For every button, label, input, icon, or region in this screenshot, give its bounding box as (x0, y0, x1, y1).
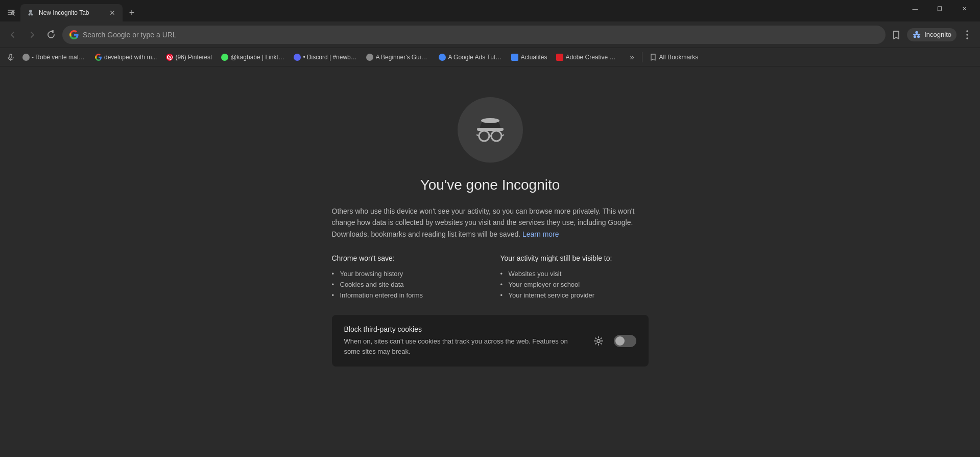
bookmark-label-5: A Beginner's Guide... (375, 54, 429, 61)
bookmark-item-actualites[interactable]: Actualités (507, 52, 551, 63)
bookmark-item-developed[interactable]: developed with m... (91, 52, 161, 63)
incognito-profile-label: Incognito (924, 31, 951, 38)
bookmark-favicon-5 (366, 54, 373, 61)
incognito-title: You've gone Incognito (420, 177, 560, 193)
bookmark-label-7: Actualités (520, 54, 547, 61)
main-content: You've gone Incognito Others who use thi… (0, 66, 980, 457)
svg-point-0 (12, 12, 14, 14)
bookmark-label-0: - Robé vente matéri... (32, 54, 86, 61)
wont-save-item-1: Cookies and site data (332, 279, 480, 290)
svg-point-4 (31, 14, 33, 16)
svg-point-14 (481, 118, 499, 123)
wont-save-column: Chrome won't save: Your browsing history… (332, 254, 480, 301)
bookmark-favicon-2 (166, 54, 173, 61)
menu-button[interactable] (959, 26, 976, 43)
incognito-description: Others who use this device won't see you… (332, 205, 649, 240)
svg-point-8 (917, 35, 920, 37)
bookmark-item-google-ads[interactable]: A Google Ads Tutor... (435, 52, 506, 63)
svg-point-3 (29, 14, 31, 16)
bookmark-favicon-0 (22, 54, 30, 61)
bookmark-item-linktree[interactable]: @kagbabe | Linktree (217, 52, 289, 63)
incognito-profile-icon (912, 30, 921, 39)
svg-point-1 (29, 10, 32, 13)
bookmark-item-discord[interactable]: • Discord | #newbie... (290, 52, 361, 63)
cookie-block-title: Block third-party cookies (344, 325, 581, 333)
bookmark-favicon-8 (556, 54, 563, 61)
gear-icon (593, 336, 604, 346)
cookie-block-description: When on, sites can't use cookies that tr… (344, 336, 581, 356)
two-column-section: Chrome won't save: Your browsing history… (332, 254, 649, 301)
bookmark-favicon-1 (95, 54, 102, 61)
address-bar[interactable]: Search Google or type a URL (62, 26, 886, 44)
visible-to-item-2: Your internet service provider (500, 290, 649, 301)
refresh-button[interactable] (43, 26, 60, 43)
bookmark-item-robe[interactable]: - Robé vente matéri... (18, 52, 90, 63)
new-tab-button[interactable]: + (125, 6, 139, 20)
svg-point-21 (597, 339, 600, 342)
back-button[interactable] (4, 26, 21, 43)
svg-point-9 (966, 30, 968, 32)
tab-close-button[interactable]: ✕ (108, 9, 116, 17)
incognito-profile-button[interactable]: Incognito (907, 28, 957, 41)
svg-point-6 (916, 31, 918, 33)
bookmark-label-1: developed with m... (104, 54, 157, 61)
svg-point-11 (966, 37, 968, 39)
bookmark-label-6: A Google Ads Tutor... (448, 54, 502, 61)
navigation-bar: Search Google or type a URL Incognito (0, 21, 980, 48)
incognito-logo-svg (470, 109, 511, 150)
tab-list: New Incognito Tab ✕ + (20, 4, 980, 21)
tab-title: New Incognito Tab (39, 9, 104, 16)
cookie-block-toggle[interactable] (614, 335, 636, 347)
visible-to-title: Your activity might still be visible to: (500, 254, 649, 262)
all-bookmarks-button[interactable]: All Bookmarks (646, 52, 702, 63)
all-bookmarks-label: All Bookmarks (659, 54, 698, 61)
tab-strip-left (4, 5, 20, 21)
maximize-button[interactable]: ❐ (928, 1, 951, 17)
svg-point-16 (479, 131, 489, 141)
search-placeholder: Search Google or type a URL (83, 31, 878, 39)
bookmark-item-adobe[interactable]: Adobe Creative Clo... (552, 52, 624, 63)
google-icon (69, 30, 79, 39)
bookmarks-more-button[interactable]: » (625, 50, 639, 64)
title-bar: New Incognito Tab ✕ + — ❐ ✕ (0, 0, 980, 21)
wont-save-item-2: Information entered in forms (332, 290, 480, 301)
bookmark-favicon-3 (221, 54, 228, 61)
cookie-block-actions (589, 332, 636, 350)
cookie-settings-gear[interactable] (589, 332, 608, 350)
active-tab[interactable]: New Incognito Tab ✕ (20, 4, 123, 21)
voice-search-button[interactable] (4, 52, 17, 63)
nav-right-controls: Incognito (888, 26, 976, 43)
svg-rect-15 (477, 128, 504, 131)
wont-save-item-0: Your browsing history (332, 268, 480, 279)
bookmark-favicon-6 (439, 54, 446, 61)
bookmark-label-4: • Discord | #newbie... (303, 54, 357, 61)
close-button[interactable]: ✕ (952, 1, 976, 17)
visible-to-item-0: Websites you visit (500, 268, 649, 279)
bookmark-favicon-7 (511, 54, 518, 61)
svg-point-7 (914, 35, 916, 37)
learn-more-link[interactable]: Learn more (522, 230, 559, 238)
minimize-button[interactable]: — (903, 1, 927, 17)
forward-button[interactable] (23, 26, 41, 43)
wont-save-list: Your browsing history Cookies and site d… (332, 268, 480, 301)
bookmark-label-3: @kagbabe | Linktree (230, 54, 284, 61)
bookmark-item-pinterest[interactable]: (96) Pinterest (162, 52, 216, 63)
cookie-block-text: Block third-party cookies When on, sites… (344, 325, 581, 356)
cookie-block-card: Block third-party cookies When on, sites… (332, 315, 649, 367)
bookmarks-divider (642, 52, 642, 62)
svg-point-10 (966, 34, 968, 36)
svg-point-17 (491, 131, 501, 141)
bookmark-button[interactable] (888, 26, 905, 43)
bookmarks-bar: - Robé vente matéri... developed with m.… (0, 48, 980, 66)
incognito-logo (458, 97, 523, 163)
bookmark-label-2: (96) Pinterest (175, 54, 212, 61)
window-controls: — ❐ ✕ (899, 0, 980, 21)
visible-to-column: Your activity might still be visible to:… (500, 254, 649, 301)
visible-to-list: Websites you visit Your employer or scho… (500, 268, 649, 301)
visible-to-item-1: Your employer or school (500, 279, 649, 290)
all-bookmarks-icon (650, 54, 657, 61)
search-tabs-button[interactable] (4, 5, 18, 19)
bookmark-item-beginners[interactable]: A Beginner's Guide... (362, 52, 434, 63)
bookmark-favicon-4 (294, 54, 301, 61)
wont-save-title: Chrome won't save: (332, 254, 480, 262)
